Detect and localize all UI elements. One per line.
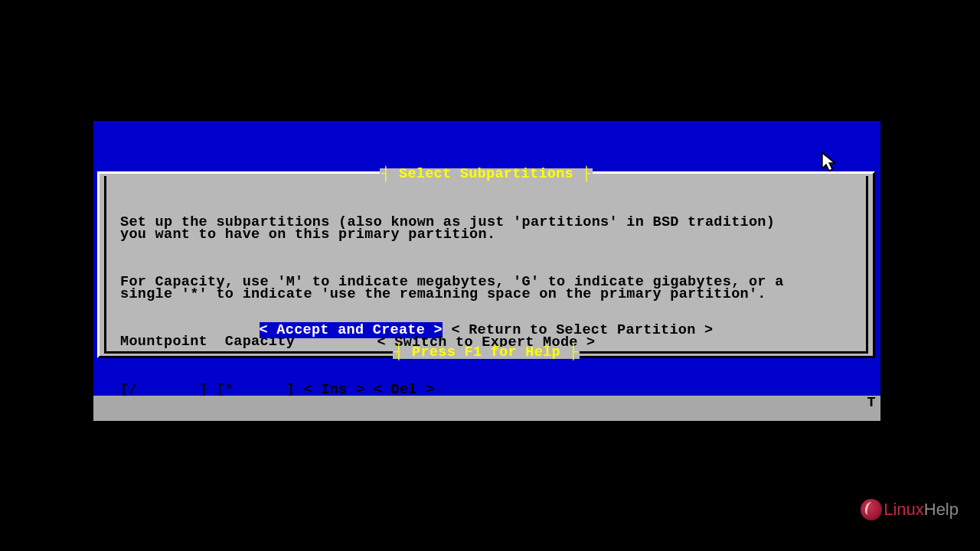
bracket: [	[216, 429, 224, 445]
description-1: Set up the subpartitions (also known as …	[120, 217, 852, 240]
mouse-cursor-icon	[819, 152, 838, 173]
help-hint: ┤ Press F1 for Help ├	[393, 347, 579, 359]
partition-row-root: [/ ] [* ] < Ins > < Del >	[120, 384, 852, 396]
description-2: For Capacity, use 'M' to indicate megaby…	[120, 276, 852, 300]
linuxhelp-icon	[861, 499, 882, 520]
del-button[interactable]: < Del >	[364, 429, 434, 445]
dialog-select-subpartitions: ┤ Select Subpartitions ├ Set up the subp…	[97, 171, 875, 358]
watermark-text: LinuxHelp	[884, 500, 959, 520]
bracket: [	[120, 429, 129, 445]
watermark-logo: LinuxHelp	[861, 499, 959, 520]
add-row: < Add >	[120, 479, 852, 491]
spacer	[120, 477, 312, 493]
logo-part-1: Linux	[884, 500, 924, 519]
dialog-border: ┤ Select Subpartitions ├ Set up the subp…	[104, 176, 868, 354]
logo-part-2: Help	[924, 500, 959, 519]
dialog-title: ┤ Select Subpartitions ├	[380, 168, 593, 181]
status-corner-char: T	[867, 395, 876, 411]
capacity-input-swap[interactable]: 2048M	[225, 429, 286, 445]
console-window: ┤ Select Subpartitions ├ Set up the subp…	[93, 121, 880, 421]
add-button[interactable]: < Add >	[312, 477, 374, 493]
partition-row-swap: [swap ] [2048M ] < Ins > < Del >	[120, 432, 852, 444]
bracket: ]	[199, 429, 217, 445]
status-bar: T	[93, 396, 880, 421]
bracket: ]	[286, 429, 304, 445]
ins-button[interactable]: < Ins >	[303, 429, 364, 445]
mountpoint-input-swap[interactable]: swap	[129, 429, 198, 445]
